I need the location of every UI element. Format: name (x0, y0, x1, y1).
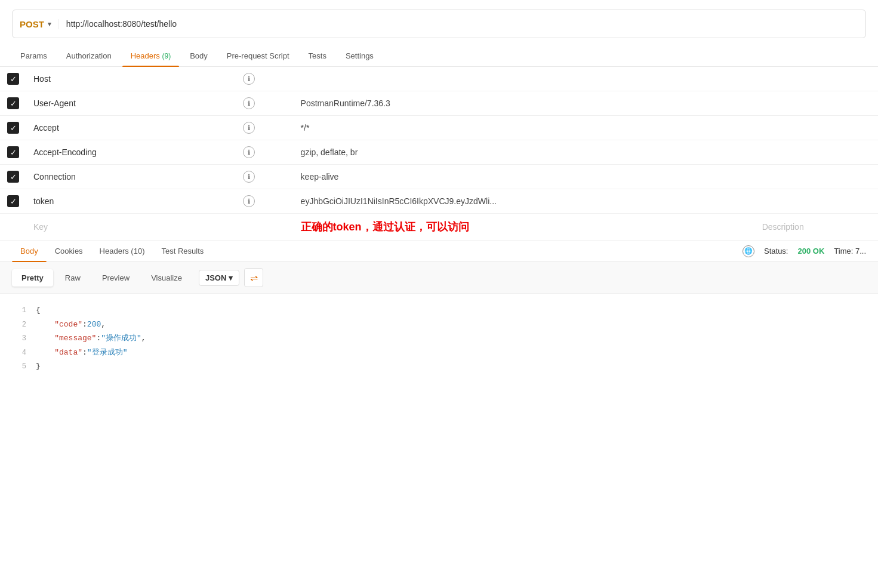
wrap-icon: ⇌ (250, 272, 258, 284)
info-cell-0[interactable]: ℹ (236, 67, 294, 91)
method-selector[interactable]: POST ▾ (20, 19, 59, 29)
header-value-2: */* (294, 116, 755, 140)
info-icon-5[interactable]: ℹ (243, 195, 255, 207)
header-value-4: keep-alive (294, 165, 755, 189)
globe-icon[interactable]: 🌐 (743, 245, 754, 257)
format-pretty[interactable]: Pretty (12, 269, 53, 287)
info-icon-2[interactable]: ℹ (243, 122, 255, 134)
header-checkbox-2[interactable]: ✓ (7, 122, 19, 134)
annotation-cell: 正确的token，通过认证，可以访问 (294, 214, 755, 241)
header-key-3: Accept-Encoding (26, 140, 236, 165)
status-label: Status: (764, 247, 788, 255)
wrap-button[interactable]: ⇌ (244, 268, 263, 287)
header-key-0: Host (26, 67, 236, 91)
url-bar: POST ▾ (12, 10, 866, 38)
format-preview[interactable]: Preview (93, 269, 139, 287)
status-value: 200 OK (797, 247, 824, 255)
headers-table: ✓ Host ℹ ✓ User-Agent ℹ PostmanRuntime/7… (0, 67, 878, 241)
checkbox-cell[interactable]: ✓ (0, 165, 26, 189)
info-icon-4[interactable]: ℹ (243, 171, 255, 183)
json-code-area: 1 { 2 "code": 200, 3 "message": "操作成功", … (0, 294, 878, 383)
table-row: ✓ Accept ℹ */* (0, 116, 878, 140)
header-key-5: token (26, 189, 236, 214)
header-checkbox-4[interactable]: ✓ (7, 171, 19, 183)
table-row: ✓ token ℹ eyJhbGciOiJIUzI1NiIsInR5cCI6Ik… (0, 189, 878, 214)
header-key-4: Connection (26, 165, 236, 189)
json-line-1: 1 { (12, 303, 866, 318)
table-row: ✓ Host ℹ (0, 67, 878, 91)
header-checkbox-1[interactable]: ✓ (7, 97, 19, 109)
time-label: Time: 7... (834, 247, 866, 255)
json-line-5: 5 } (12, 359, 866, 374)
format-raw[interactable]: Raw (56, 269, 90, 287)
info-cell-5[interactable]: ℹ (236, 189, 294, 214)
header-value-3: gzip, deflate, br (294, 140, 755, 165)
header-value-1: PostmanRuntime/7.36.3 (294, 91, 755, 116)
checkbox-cell[interactable]: ✓ (0, 91, 26, 116)
response-tabs: Body Cookies Headers (10) Test Results 🌐… (0, 241, 878, 262)
checkbox-cell[interactable]: ✓ (0, 116, 26, 140)
json-line-3: 3 "message": "操作成功", (12, 331, 866, 346)
json-format-selector[interactable]: JSON ▾ (199, 270, 239, 286)
method-chevron: ▾ (48, 20, 51, 28)
response-status-area: 🌐 Status: 200 OK Time: 7... (743, 245, 866, 257)
response-tab-body[interactable]: Body (12, 241, 47, 261)
checkbox-cell[interactable]: ✓ (0, 67, 26, 91)
checkbox-cell[interactable]: ✓ (0, 140, 26, 165)
info-cell-3[interactable]: ℹ (236, 140, 294, 165)
tab-pre-request[interactable]: Pre-request Script (218, 45, 298, 66)
header-key-2: Accept (26, 116, 236, 140)
tab-settings[interactable]: Settings (337, 45, 382, 66)
tab-body[interactable]: Body (181, 45, 216, 66)
table-row-new: Key 正确的token，通过认证，可以访问 Description (0, 214, 878, 241)
response-tab-test-results[interactable]: Test Results (153, 241, 212, 261)
header-key-1: User-Agent (26, 91, 236, 116)
url-input[interactable] (66, 19, 858, 29)
response-tab-cookies[interactable]: Cookies (47, 241, 91, 261)
response-tab-headers[interactable]: Headers (10) (91, 241, 153, 261)
info-icon-3[interactable]: ℹ (243, 146, 255, 158)
format-visualize[interactable]: Visualize (141, 269, 192, 287)
annotation-text: 正确的token，通过认证，可以访问 (301, 221, 469, 233)
tab-params[interactable]: Params (12, 45, 56, 66)
header-value-5: eyJhbGciOiJIUzI1NiIsInR5cCI6IkpXVCJ9.eyJ… (294, 189, 755, 214)
tab-headers[interactable]: Headers (9) (122, 45, 179, 66)
header-checkbox-3[interactable]: ✓ (7, 146, 19, 158)
header-checkbox-0[interactable]: ✓ (7, 73, 19, 85)
info-icon-1[interactable]: ℹ (243, 97, 255, 109)
method-label: POST (20, 19, 44, 29)
request-tabs: Params Authorization Headers (9) Body Pr… (0, 45, 878, 67)
key-placeholder[interactable]: Key (26, 214, 236, 241)
table-row: ✓ User-Agent ℹ PostmanRuntime/7.36.3 (0, 91, 878, 116)
description-placeholder: Description (755, 214, 878, 241)
info-cell-4[interactable]: ℹ (236, 165, 294, 189)
table-row: ✓ Accept-Encoding ℹ gzip, deflate, br (0, 140, 878, 165)
header-checkbox-5[interactable]: ✓ (7, 195, 19, 207)
info-cell-1[interactable]: ℹ (236, 91, 294, 116)
info-cell-2[interactable]: ℹ (236, 116, 294, 140)
tab-tests[interactable]: Tests (300, 45, 335, 66)
table-row: ✓ Connection ℹ keep-alive (0, 165, 878, 189)
info-icon-0[interactable]: ℹ (243, 73, 255, 85)
header-value-0 (294, 67, 755, 91)
checkbox-cell[interactable]: ✓ (0, 189, 26, 214)
checkbox-empty (0, 214, 26, 241)
json-line-4: 4 "data": "登录成功" (12, 346, 866, 360)
tab-authorization[interactable]: Authorization (58, 45, 120, 66)
body-format-row: Pretty Raw Preview Visualize JSON ▾ ⇌ (0, 262, 878, 294)
json-line-2: 2 "code": 200, (12, 318, 866, 332)
